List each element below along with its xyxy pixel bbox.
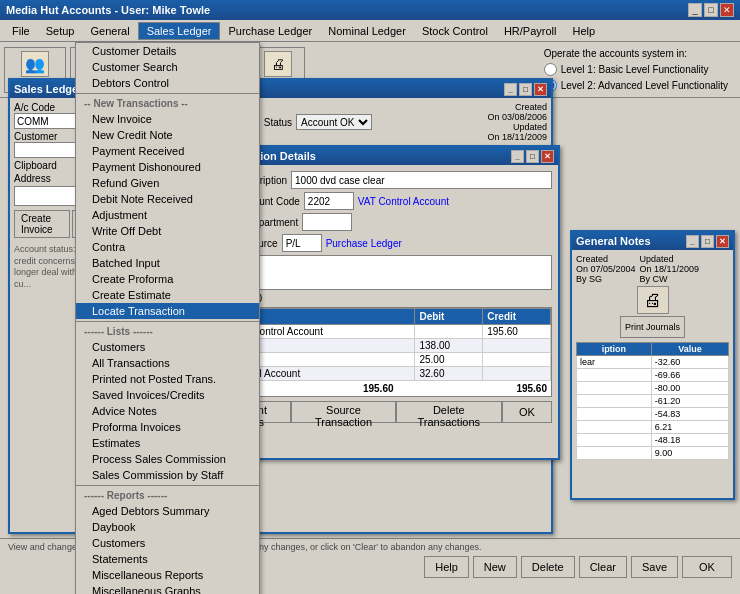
sl-maximize[interactable]: □ xyxy=(519,83,532,96)
td-acname[interactable]: VAT Control Account xyxy=(358,196,449,207)
radio-level1[interactable]: Level 1: Basic Level Functionality xyxy=(544,63,728,76)
menu-customers-list[interactable]: Customers xyxy=(76,339,259,355)
menu-statements[interactable]: Statements xyxy=(76,551,259,567)
notes-titlebar: General Notes _ □ ✕ xyxy=(572,232,733,250)
menu-sales-by-staff[interactable]: Sales Commission by Staff xyxy=(76,467,259,483)
menu-nominal-ledger[interactable]: Nominal Ledger xyxy=(320,23,414,39)
menu-contra[interactable]: Contra xyxy=(76,239,259,255)
minimize-btn[interactable]: _ xyxy=(688,3,702,17)
menu-debit-note-received[interactable]: Debit Note Received xyxy=(76,191,259,207)
sales-ledger-controls: _ □ ✕ xyxy=(504,83,547,96)
menu-customer-details[interactable]: Customer Details xyxy=(76,43,259,59)
menu-printed-not-posted[interactable]: Printed not Posted Trans. xyxy=(76,371,259,387)
menu-saved-invoices[interactable]: Saved Invoices/Credits xyxy=(76,387,259,403)
clear-btn[interactable]: Clear xyxy=(579,556,627,578)
menu-new-credit-note[interactable]: New Credit Note xyxy=(76,127,259,143)
table-row[interactable]: 6.21 xyxy=(577,421,729,434)
tab-invoice[interactable]: Create Invoice xyxy=(14,210,70,238)
menu-all-transactions[interactable]: All Transactions xyxy=(76,355,259,371)
created-info: CreatedOn 03/08/2006 UpdatedOn 18/11/200… xyxy=(487,102,547,142)
menu-hr-payroll[interactable]: HR/Payroll xyxy=(496,23,565,39)
table-row[interactable]: -80.00 xyxy=(577,382,729,395)
table-row[interactable]: lear -32.60 xyxy=(577,356,729,369)
menu-customer-search[interactable]: Customer Search xyxy=(76,59,259,75)
new-btn[interactable]: New xyxy=(473,556,517,578)
maximize-btn[interactable]: □ xyxy=(704,3,718,17)
td-close[interactable]: ✕ xyxy=(541,150,554,163)
menu-aged-debtors[interactable]: Aged Debtors Summary xyxy=(76,503,259,519)
menu-stock-control[interactable]: Stock Control xyxy=(414,23,496,39)
sl-minimize[interactable]: _ xyxy=(504,83,517,96)
cell-desc xyxy=(577,369,652,382)
menu-customers-report[interactable]: Customers xyxy=(76,535,259,551)
menu-purchase-ledger[interactable]: Purchase Ledger xyxy=(220,23,320,39)
notes-created-on: On 07/05/2004 xyxy=(576,264,636,274)
menu-reports-header: ------ Reports ------ xyxy=(76,488,259,503)
cell-credit: 195.60 xyxy=(483,325,551,339)
menu-create-estimate[interactable]: Create Estimate xyxy=(76,287,259,303)
cell-credit xyxy=(483,353,551,367)
menu-refund-given[interactable]: Refund Given xyxy=(76,175,259,191)
menu-adjustment[interactable]: Adjustment xyxy=(76,207,259,223)
delete-transactions-btn[interactable]: Delete Transactions xyxy=(396,401,502,423)
td-maximize[interactable]: □ xyxy=(526,150,539,163)
menu-bar: File Setup General Sales Ledger Purchase… xyxy=(0,20,740,42)
menu-help[interactable]: Help xyxy=(565,23,604,39)
menu-payment-dishonoured[interactable]: Payment Dishonoured xyxy=(76,159,259,175)
menu-file[interactable]: File xyxy=(4,23,38,39)
save-btn[interactable]: Save xyxy=(631,556,678,578)
menu-locate-transaction[interactable]: Locate Transaction xyxy=(76,303,259,319)
cell-desc: lear xyxy=(577,356,652,369)
menu-create-proforma[interactable]: Create Proforma xyxy=(76,271,259,287)
cell-debit xyxy=(415,325,483,339)
notes-minimize[interactable]: _ xyxy=(686,235,699,248)
table-row[interactable]: 9.00 xyxy=(577,447,729,460)
menu-debtors-control[interactable]: Debtors Control xyxy=(76,75,259,91)
sl-close[interactable]: ✕ xyxy=(534,83,547,96)
menu-new-invoice[interactable]: New Invoice xyxy=(76,111,259,127)
td-ok-btn[interactable]: OK xyxy=(502,401,552,423)
help-btn[interactable]: Help xyxy=(424,556,469,578)
ok-btn[interactable]: OK xyxy=(682,556,732,578)
delete-btn[interactable]: Delete xyxy=(521,556,575,578)
menu-misc-graphs[interactable]: Miscellaneous Graphs xyxy=(76,583,259,594)
cell-value: 9.00 xyxy=(651,447,728,460)
table-row[interactable]: -48.18 xyxy=(577,434,729,447)
td-dept-input[interactable] xyxy=(302,213,352,231)
menu-daybook[interactable]: Daybook xyxy=(76,519,259,535)
radio-level1-input[interactable] xyxy=(544,63,557,76)
td-desc-input[interactable] xyxy=(291,171,552,189)
menu-proforma-invoices[interactable]: Proforma Invoices xyxy=(76,419,259,435)
print-journals-btn[interactable]: Print Journals xyxy=(620,316,685,338)
notes-created-by: By SG xyxy=(576,274,636,284)
td-minimize[interactable]: _ xyxy=(511,150,524,163)
radio-level1-label: Level 1: Basic Level Functionality xyxy=(561,64,709,75)
cell-desc xyxy=(577,395,652,408)
menu-setup[interactable]: Setup xyxy=(38,23,83,39)
td-ledger[interactable]: Purchase Ledger xyxy=(326,238,402,249)
table-row[interactable]: -69.66 xyxy=(577,369,729,382)
menu-general[interactable]: General xyxy=(82,23,137,39)
table-row[interactable]: -54.83 xyxy=(577,408,729,421)
cell-debit: 25.00 xyxy=(415,353,483,367)
cell-value: -69.66 xyxy=(651,369,728,382)
radio-level2[interactable]: Level 2: Advanced Level Functionality xyxy=(544,79,728,92)
print-journals-btn-container[interactable]: 🖨 Print Journals xyxy=(620,286,685,338)
td-accode-input[interactable] xyxy=(304,192,354,210)
menu-misc-reports[interactable]: Miscellaneous Reports xyxy=(76,567,259,583)
menu-payment-received[interactable]: Payment Received xyxy=(76,143,259,159)
menu-sales-ledger[interactable]: Sales Ledger xyxy=(138,22,221,40)
td-notes-input[interactable] xyxy=(236,255,552,290)
menu-process-sales[interactable]: Process Sales Commission xyxy=(76,451,259,467)
menu-estimates[interactable]: Estimates xyxy=(76,435,259,451)
td-source-input[interactable] xyxy=(282,234,322,252)
menu-batched-input[interactable]: Batched Input xyxy=(76,255,259,271)
source-transaction-btn[interactable]: Source Transaction xyxy=(291,401,395,423)
table-row[interactable]: -61.20 xyxy=(577,395,729,408)
menu-advice-notes[interactable]: Advice Notes xyxy=(76,403,259,419)
notes-maximize[interactable]: □ xyxy=(701,235,714,248)
menu-write-off-debt[interactable]: Write Off Debt xyxy=(76,223,259,239)
close-btn[interactable]: ✕ xyxy=(720,3,734,17)
status-select[interactable]: Account OK xyxy=(296,114,372,130)
notes-close[interactable]: ✕ xyxy=(716,235,729,248)
